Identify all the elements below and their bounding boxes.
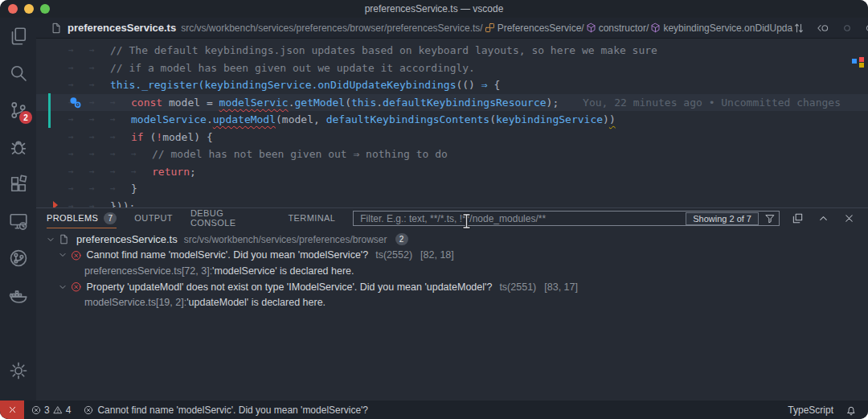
problems-error-row[interactable]: Property 'updateModl' does not exist on …: [36, 279, 868, 295]
code-token: ): [603, 113, 609, 125]
chevron-down-icon[interactable]: [58, 282, 68, 292]
error-message-icon: [84, 405, 93, 415]
breadcrumb-item-2[interactable]: keybindingService.onDidUpda: [649, 23, 792, 34]
activity-item-search[interactable]: [0, 55, 36, 92]
breadcrumb-label: constructor/: [599, 23, 649, 34]
editor-file-path[interactable]: src/vs/workbench/services/preferences/br…: [181, 23, 482, 34]
close-icon[interactable]: [843, 212, 855, 224]
breadcrumb-label: keybindingService.onDidUpda: [663, 23, 792, 34]
code-token: ((): [456, 79, 481, 91]
breadcrumb-label: PreferencesService/: [497, 23, 584, 34]
code-token: );: [547, 97, 559, 109]
code-line-7[interactable]: →→→→// model has not been given out ⇒ no…: [36, 146, 868, 163]
activity-item-remote-explorer[interactable]: [0, 203, 36, 240]
code-token: const: [131, 97, 169, 109]
panel-tab-debug-console[interactable]: DEBUG CONSOLE: [190, 208, 270, 228]
problems-error-row[interactable]: Cannot find name 'modelServic'. Did you …: [36, 248, 868, 264]
window-title: preferencesService.ts — vscode: [0, 0, 868, 18]
code-token: // if a model has been given out we upda…: [110, 62, 475, 74]
activity-item-run-debug[interactable]: [0, 129, 36, 166]
problems-related-row[interactable]: preferencesService.ts[72, 3]: 'modelServ…: [36, 263, 868, 279]
title-bar: preferencesService.ts — vscode: [0, 0, 868, 18]
panel-tab-label: OUTPUT: [134, 213, 173, 223]
tab-whitespace-arrow: →: [110, 183, 131, 194]
code-token: .: [376, 97, 383, 109]
error-marker-icon: [53, 201, 58, 208]
tab-whitespace-arrow: →: [89, 114, 110, 125]
code-line-10[interactable]: →→}));: [36, 198, 868, 208]
filter-funnel-icon[interactable]: [764, 213, 776, 224]
docker-icon: [9, 285, 28, 305]
problems-file-row[interactable]: preferencesService.tssrc/vs/workbench/se…: [36, 232, 868, 248]
panel-header: PROBLEMS7OUTPUTDEBUG CONSOLETERMINAL Sho…: [36, 208, 868, 228]
prev-change-icon[interactable]: [817, 22, 829, 35]
problems-related-row[interactable]: modelService.ts[19, 2]: 'updateModel' is…: [36, 294, 868, 310]
warning-count: 4: [66, 405, 72, 416]
code-line-4[interactable]: →→→const model = modelServic.getModel(th…: [36, 94, 868, 112]
overview-ruler-error-mark: [859, 57, 864, 62]
related-location: modelService.ts[19, 2]:: [84, 297, 186, 308]
code-editor[interactable]: →→// The default keybindings.json update…: [36, 39, 868, 207]
gear-icon: [9, 361, 28, 380]
next-change-icon[interactable]: [865, 22, 868, 35]
activity-item-manage[interactable]: [0, 352, 36, 389]
activity-item-gitlens[interactable]: [0, 240, 36, 277]
chevron-down-icon[interactable]: [58, 250, 68, 260]
tab-whitespace-arrow: →: [110, 114, 131, 125]
code-token: modelService: [131, 113, 207, 125]
panel-tab-output[interactable]: OUTPUT: [134, 208, 173, 228]
activity-item-extensions[interactable]: [0, 166, 36, 203]
overview-ruler-info-mark: [852, 59, 857, 64]
tab-whitespace-arrow: →: [68, 63, 89, 73]
dot-icon[interactable]: [841, 22, 854, 35]
code-token: getModel: [295, 97, 346, 109]
code-line-5[interactable]: →→→modelService.updateModl(model, defaul…: [36, 111, 868, 129]
overview-ruler-warning-mark: [859, 63, 864, 68]
notifications-bell-icon[interactable]: [845, 405, 857, 416]
panel-tab-label: TERMINAL: [288, 213, 335, 223]
code-line-3[interactable]: →→this._register(keybindingService.onDid…: [36, 76, 868, 94]
breadcrumb-item-1[interactable]: constructor/: [584, 23, 649, 34]
activity-item-source-control[interactable]: 2: [0, 92, 36, 129]
panel-tab-terminal[interactable]: TERMINAL: [288, 208, 335, 228]
tab-whitespace-arrow: →: [68, 114, 89, 125]
problems-filter-input[interactable]: [358, 212, 686, 225]
tab-whitespace-arrow: →: [68, 45, 89, 55]
problems-status[interactable]: 3 4: [31, 405, 71, 416]
code-action-icon[interactable]: [68, 96, 82, 112]
class-symbol-icon: [485, 23, 495, 33]
code-line-9[interactable]: →→→}: [36, 180, 868, 198]
language-mode[interactable]: TypeScript: [788, 405, 833, 416]
problem-position: [82, 18]: [420, 249, 454, 261]
code-token: (: [489, 113, 496, 125]
code-line-2[interactable]: →→// if a model has been given out we up…: [36, 60, 868, 77]
chevron-up-icon[interactable]: [817, 212, 829, 224]
chevron-down-icon[interactable]: [46, 235, 55, 244]
activity-item-explorer[interactable]: [0, 18, 36, 55]
remote-indicator[interactable]: [0, 401, 24, 419]
code-token: model =: [169, 97, 219, 109]
code-token: !: [156, 131, 162, 143]
code-token: this._register(keybindingService.onDidUp…: [110, 79, 456, 91]
panel-tab-problems[interactable]: PROBLEMS7: [47, 208, 117, 228]
tab-whitespace-arrow: →: [110, 132, 131, 142]
code-line-8[interactable]: →→→→return;: [36, 163, 868, 181]
activity-item-docker[interactable]: [0, 277, 36, 314]
modified-lines-gutter: [48, 93, 51, 128]
tab-whitespace-arrow: →: [131, 166, 152, 177]
breadcrumb-item-0[interactable]: PreferencesService/: [483, 23, 584, 34]
method-symbol-icon: [586, 23, 596, 33]
file-icon: [51, 23, 62, 34]
code-token: updateModl: [213, 113, 276, 125]
extensions-icon: [9, 175, 28, 194]
code-line-6[interactable]: →→→if (!model) {: [36, 129, 868, 146]
status-message[interactable]: Cannot find name 'modelServic'. Did you …: [84, 405, 368, 416]
restore-panel-icon[interactable]: [792, 212, 804, 224]
sync-icon[interactable]: [792, 22, 805, 35]
related-message: 'updateModel' is declared here.: [186, 297, 326, 308]
tab-whitespace-arrow: →: [89, 183, 110, 194]
code-token: ) {: [194, 131, 212, 143]
code-token: .: [207, 113, 213, 125]
problems-list: preferencesService.tssrc/vs/workbench/se…: [36, 228, 868, 310]
code-line-1[interactable]: →→// The default keybindings.json update…: [36, 42, 868, 60]
